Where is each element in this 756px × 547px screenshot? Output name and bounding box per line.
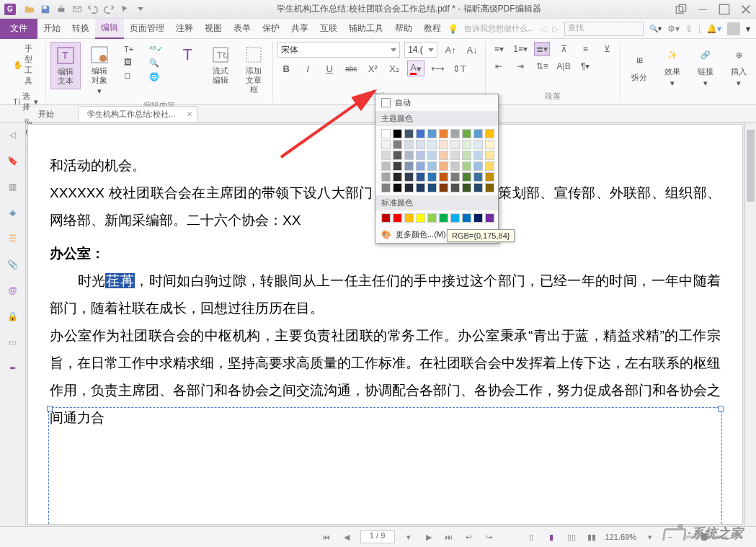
close-icon[interactable]: [740, 4, 752, 15]
first-page-icon[interactable]: ⏮: [320, 530, 333, 543]
subscript-button[interactable]: X₂: [386, 61, 403, 76]
menu-connect[interactable]: 互联: [314, 19, 343, 39]
char-spacing-icon[interactable]: ⟷: [429, 61, 446, 76]
nav-back-icon[interactable]: ◁: [540, 24, 546, 34]
view-facing-icon[interactable]: ▯▯: [565, 530, 578, 543]
share-icon[interactable]: ⇪: [685, 24, 693, 34]
cursor-icon[interactable]: [117, 2, 132, 17]
para-spacing-icon[interactable]: A|B: [556, 59, 572, 74]
line-spacing-icon[interactable]: ⇅≡: [534, 59, 550, 74]
view-cont-facing-icon[interactable]: ▮▮: [585, 530, 598, 543]
menu-edit[interactable]: 编辑: [95, 19, 124, 39]
spellcheck-icon[interactable]: ᴬᴮ✓: [146, 43, 166, 55]
font-color-button[interactable]: A▾: [407, 61, 424, 76]
superscript-button[interactable]: X²: [364, 61, 381, 76]
zoom-dropdown-icon[interactable]: ▾: [644, 530, 657, 543]
theme-color-grid[interactable]: [375, 126, 498, 195]
hand-tool[interactable]: ✋ 手型工具: [10, 42, 41, 88]
last-page-icon[interactable]: ⏭: [443, 530, 455, 543]
menu-convert[interactable]: 转换: [66, 19, 95, 39]
italic-button[interactable]: I: [299, 61, 316, 76]
menu-protect[interactable]: 保护: [257, 19, 285, 39]
add-image-icon[interactable]: 🖼: [121, 56, 136, 68]
flow-edit-button[interactable]: T↻流式 编辑: [206, 42, 235, 88]
file-tab[interactable]: 文件: [0, 19, 37, 39]
prev-page-icon[interactable]: ◀: [340, 530, 353, 543]
undo-icon[interactable]: [86, 2, 100, 17]
underline-button[interactable]: U: [321, 61, 338, 76]
menu-help[interactable]: 帮助: [389, 19, 418, 39]
menu-page[interactable]: 页面管理: [124, 19, 170, 39]
nav-fwd-icon[interactable]: ▷: [552, 24, 559, 34]
grow-font-icon[interactable]: A↑: [442, 42, 459, 58]
restore-icon[interactable]: [675, 4, 687, 15]
add-text-icon[interactable]: T+: [121, 43, 136, 55]
view-single-icon[interactable]: ▯: [525, 530, 538, 543]
next-page-icon[interactable]: ▶: [422, 530, 435, 543]
web-link-icon[interactable]: 🌐: [146, 71, 166, 83]
menu-share[interactable]: 共享: [285, 19, 314, 39]
tab-start[interactable]: 开始: [29, 106, 76, 122]
menu-tutorial[interactable]: 教程: [418, 19, 447, 39]
bell-icon[interactable]: 🔔▾: [706, 24, 721, 34]
align-mid-icon[interactable]: ≡: [577, 42, 593, 56]
search-dropdown-icon[interactable]: 🔍▾: [649, 25, 662, 32]
page-dropdown-icon[interactable]: ▾: [402, 530, 415, 543]
doc-para2[interactable]: 办公室作为社团联合会的中枢机构，主要负责社团联的常务工作。办公室秉承“青出于蓝，…: [50, 322, 721, 432]
security-icon[interactable]: 🔒: [6, 310, 19, 323]
insert-button[interactable]: ⊕插入▾: [724, 42, 753, 91]
maximize-icon[interactable]: [719, 4, 730, 15]
nav-fwd-status-icon[interactable]: ↪: [483, 530, 496, 543]
auto-color-row[interactable]: 自动: [375, 94, 498, 111]
link-button[interactable]: 🔗链接▾: [691, 42, 720, 91]
tell-me-hint[interactable]: 告诉我您想做什么...: [464, 23, 534, 34]
bullet-list-icon[interactable]: ≡▾: [491, 42, 507, 56]
edit-object-button[interactable]: 编辑 对象▾: [85, 42, 114, 99]
vertical-scrollbar[interactable]: [744, 123, 756, 526]
redo-icon[interactable]: [102, 2, 116, 17]
user-avatar-icon[interactable]: [727, 22, 740, 35]
layers-icon[interactable]: ◈: [6, 206, 19, 219]
text-scale-icon[interactable]: ⇕T: [450, 61, 468, 76]
align-justify-icon[interactable]: ≣▾: [534, 42, 550, 56]
menu-view[interactable]: 视图: [199, 19, 228, 39]
tags-icon[interactable]: @: [6, 284, 19, 297]
text-dir-icon[interactable]: ¶▾: [577, 59, 593, 74]
split-button[interactable]: ⊞拆分: [625, 48, 654, 86]
menu-form[interactable]: 表单: [228, 19, 257, 39]
search-input[interactable]: 查找: [564, 22, 644, 36]
signatures-icon[interactable]: ✒: [6, 362, 19, 375]
tab-close-icon[interactable]: ✕: [187, 110, 192, 118]
menu-comment[interactable]: 注释: [170, 19, 199, 39]
email-icon[interactable]: [70, 2, 84, 17]
add-shape-icon[interactable]: ◻: [121, 69, 136, 81]
effect-button[interactable]: ✨效果▾: [658, 42, 687, 91]
settings-gear-icon[interactable]: ⚙▾: [667, 24, 680, 34]
attachments-icon[interactable]: 📎: [6, 258, 19, 271]
doc-para1[interactable]: 时光荏苒，时间如白驹过隙，转眼间从上一任主任们的手中接过这个部门，已经一年的时间…: [50, 267, 721, 322]
number-list-icon[interactable]: 1≡▾: [512, 42, 528, 56]
tab-document[interactable]: 学生机构工作总结:校社...✕: [78, 106, 197, 122]
bold-button[interactable]: B: [277, 61, 295, 76]
pages-icon[interactable]: ▥: [6, 180, 19, 193]
shrink-font-icon[interactable]: A↓: [463, 42, 481, 58]
add-article-box-button[interactable]: 添加 文章框: [239, 42, 268, 98]
standard-color-grid[interactable]: [375, 210, 498, 226]
align-bot-icon[interactable]: ⊻: [599, 42, 615, 56]
align-top-icon[interactable]: ⊼: [556, 42, 572, 56]
indent-dec-icon[interactable]: ⇤: [491, 59, 507, 74]
open-icon[interactable]: [22, 2, 37, 17]
print-icon[interactable]: [54, 2, 68, 17]
font-name-select[interactable]: 宋体: [277, 42, 400, 58]
bookmarks-icon[interactable]: 🔖: [6, 154, 19, 167]
qat-dropdown-icon[interactable]: [133, 2, 148, 17]
minimize-icon[interactable]: —: [697, 4, 708, 15]
page-number-input[interactable]: 1 / 9: [360, 530, 395, 543]
find-replace-icon[interactable]: 🔍: [146, 57, 166, 69]
indent-inc-icon[interactable]: ⇥: [512, 59, 528, 74]
strike-button[interactable]: abc: [342, 61, 360, 76]
text-button[interactable]: T: [173, 42, 202, 68]
fields-icon[interactable]: ▭: [6, 336, 19, 349]
font-size-select[interactable]: 14.(: [404, 42, 437, 58]
comments-icon[interactable]: ☰: [6, 232, 19, 245]
